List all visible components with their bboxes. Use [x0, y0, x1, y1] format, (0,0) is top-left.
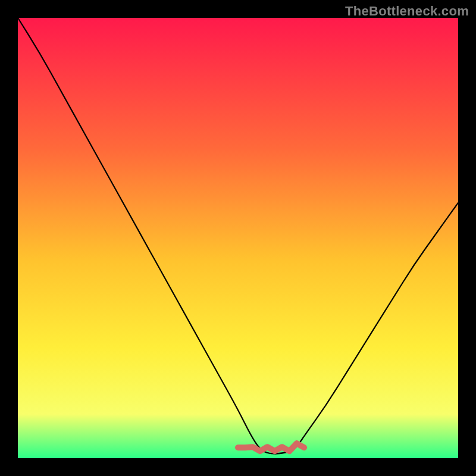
chart-root: TheBottleneck.com — [0, 0, 476, 476]
plot-svg — [18, 18, 458, 458]
plot-area — [18, 18, 458, 458]
watermark-text: TheBottleneck.com — [345, 4, 469, 19]
gradient-background — [18, 18, 458, 458]
